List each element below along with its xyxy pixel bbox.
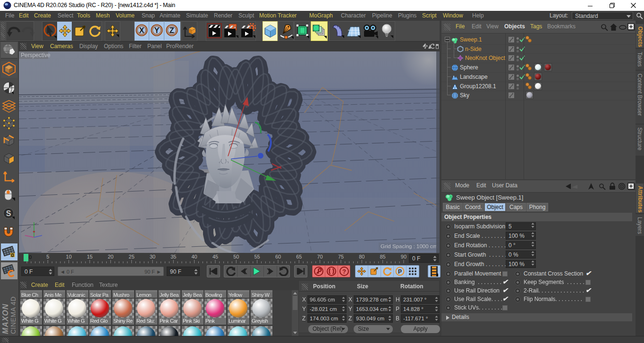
svg-text:80: 80	[359, 254, 364, 259]
svg-text:5: 5	[46, 254, 49, 259]
svg-text:65: 65	[296, 254, 302, 259]
svg-text:55: 55	[254, 254, 260, 259]
svg-text:90: 90	[401, 254, 407, 259]
svg-text:S: S	[6, 209, 11, 218]
svg-text:75: 75	[338, 254, 344, 259]
svg-text:50: 50	[233, 254, 239, 259]
svg-text:Z: Z	[169, 26, 174, 34]
svg-text:P: P	[398, 268, 402, 275]
svg-text:40: 40	[191, 254, 197, 259]
svg-text:Y: Y	[154, 26, 160, 34]
svg-text:35: 35	[170, 254, 176, 259]
svg-text:20: 20	[108, 254, 113, 259]
svg-text:?: ?	[342, 268, 346, 275]
svg-text:45: 45	[212, 254, 218, 259]
svg-text:85: 85	[380, 254, 385, 259]
svg-text:0: 0	[29, 254, 32, 260]
svg-text:60: 60	[275, 254, 281, 259]
svg-text:25: 25	[129, 254, 135, 259]
svg-text:X: X	[139, 26, 144, 34]
svg-text:70: 70	[317, 254, 322, 259]
svg-text:10: 10	[66, 254, 72, 259]
svg-text:15: 15	[87, 254, 93, 259]
svg-text:30: 30	[150, 254, 155, 259]
